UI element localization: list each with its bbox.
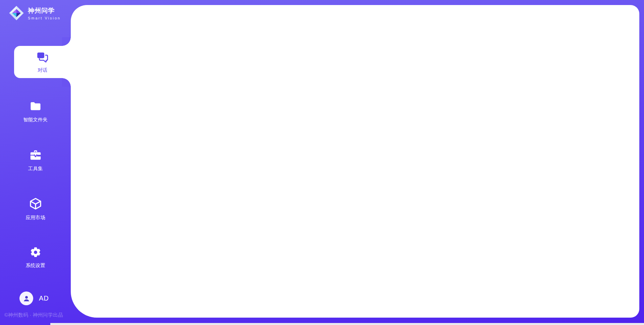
- avatar: [19, 291, 33, 305]
- sidebar-item-settings[interactable]: 系统设置: [0, 242, 71, 273]
- sidebar-item-label: 对话: [38, 67, 47, 73]
- app-name: 神州问学: [28, 6, 61, 15]
- user-profile[interactable]: AD: [19, 291, 49, 305]
- sidebar-item-smart-folder[interactable]: 智能文件夹: [0, 96, 71, 127]
- app-logo: 神州问学 Smart Vision: [9, 5, 61, 21]
- folder-icon: [29, 100, 42, 114]
- sidebar-item-app-market[interactable]: 应用市场: [0, 193, 71, 224]
- sidebar-item-label: 应用市场: [26, 214, 45, 221]
- copyright-footer: ©神州数码 · 神州问学出品: [4, 312, 63, 318]
- gear-icon: [30, 246, 42, 260]
- app-subtitle: Smart Vision: [28, 16, 61, 20]
- sidebar-item-toolset[interactable]: 工具集: [0, 145, 71, 176]
- sidebar-item-label: 工具集: [28, 166, 43, 172]
- horizontal-scrollbar[interactable]: [50, 323, 644, 325]
- app-window: 神州问学 Smart Vision 对话 智能文件夹: [0, 0, 644, 325]
- cube-icon: [29, 197, 42, 212]
- sidebar-item-label: 系统设置: [26, 262, 45, 269]
- sidebar-item-chat[interactable]: 对话: [14, 46, 71, 78]
- brand-diamond-icon: [9, 5, 24, 21]
- user-initials: AD: [39, 295, 49, 302]
- toolbox-icon: [29, 149, 42, 163]
- chat-icon: [36, 51, 49, 65]
- main-panel: [71, 5, 639, 318]
- sidebar-item-label: 智能文件夹: [23, 117, 48, 123]
